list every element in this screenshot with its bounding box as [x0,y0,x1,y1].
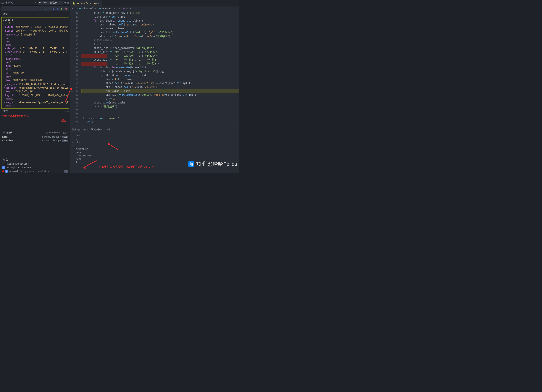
breadcrumb[interactable]: src› ⬢ schema2xlsx› ⬢ schema2xlsx.py› ⊕ … [70,6,239,11]
variable-row[interactable]: im: 4 [2,75,68,78]
more-icon[interactable]: ⋯ [67,110,69,113]
debug-title: 运行和调试 [1,1,33,4]
chevron-down-icon: ⌄ [1,132,3,134]
stop-button[interactable]: □ [64,7,67,11]
callstack-section[interactable]: ⌄ 调用堆栈 因 BREAKPOINT 已暂停 [0,130,70,135]
variable-row[interactable]: ›color_dict: {'0': 'd44f22', '1': '70d42… [2,47,68,50]
breakpoints-section[interactable]: ⌄ 断点 [0,157,70,162]
variable-row[interactable]: ›cem: [2,40,68,43]
tab-schema2xlsx[interactable]: 🐍 schema2xlsx.py × [70,0,102,6]
checkbox-checked[interactable]: ✓ [2,166,5,169]
stack-frame[interactable]: <module> schema2xlsx.py 74:1 [0,139,70,143]
tab-problems[interactable]: 问题1 [72,128,80,132]
chevron-down-icon: ⌄ [3,19,4,21]
annotation-arrow [108,143,119,150]
tab-terminal[interactable]: 终端 [106,128,110,132]
variable-row[interactable]: ›json_data: {'上证4期_1201_持股5减1': {'align_… [2,82,68,86]
variable-row[interactable]: ›bname_list: ['相关诉讼'] [2,33,68,37]
annotation-arrow [83,160,98,169]
variable-row[interactable]: ›event_dict: {'0': '事件组1', '1': '事件组2', … [2,50,68,54]
breakpoint-dot-icon [2,170,4,172]
variable-row[interactable]: field_sum: 5 [2,57,68,61]
variable-row[interactable]: key: '上证4期_2301_诉讼' [2,90,68,93]
variable-row[interactable]: ik: 0 [2,68,68,71]
chevron-down-icon: ⌄ [1,110,3,112]
console-input[interactable]: › [70,169,239,173]
checkbox[interactable] [2,163,5,165]
debug-toolbar: ⋮⋮ ▷ ↷ ↓ ↑ ↻ □ [1,6,69,11]
play-icon[interactable]: ▷ [35,1,36,4]
chevron-down-icon: ⌄ [1,13,3,16]
debug-header: 运行和调试 ▷ Python: 当前文件 ⌄ ⚙ ▣ [0,0,70,5]
python-icon: ⬢ [99,7,101,10]
annotation: 在这里可以代入变量，做想要的处理，很方便 [98,165,154,169]
variable-row[interactable]: ›alist: ['重要内容提示', '备查文件', '对上市公司的影响', '… [2,25,68,29]
variable-row[interactable]: ikem: '案件名称' [2,71,68,75]
python-icon: 🐍 [72,2,76,5]
variable-row[interactable]: ›blist: ['案件名称', '诉讼基本情况', '案号', '是否本案',… [2,29,68,33]
variable-row[interactable]: ›excel: [2,54,68,57]
callstack-status: 因 BREAKPOINT 已暂停 [46,131,69,134]
code-editor[interactable]: 4647484950515253545556575859606162636465… [70,11,239,127]
step-out-button[interactable]: ↑ [56,7,59,11]
variable-row[interactable]: save_path: '/Users/macos/ffyy/c005_crawl… [2,101,68,104]
collapse-icon[interactable]: ⊟ [65,110,66,113]
cursor [75,170,75,172]
locals-container: ⌄ Locals a: 0›alist: ['重要内容提示', '备查文件', … [1,17,69,108]
restart-button[interactable]: ↻ [60,7,63,11]
step-into-button[interactable]: ↓ [52,7,55,11]
variable-row[interactable]: ›sheet: [2,104,68,107]
drag-handle-icon[interactable]: ⋮⋮ [37,7,43,11]
breakpoint-file[interactable]: ✓ schema2xlsx.py src/schema2xlsx 66 [0,169,70,173]
zhihu-icon: 知 [188,161,194,167]
variable-row[interactable]: a: 0 [2,21,68,25]
watermark: 知 知乎 @哈哈Feilds [188,161,237,168]
chevron-down-icon: ⌄ [1,159,3,161]
breakpoint-raised[interactable]: Raised Exceptions [0,162,70,166]
variable-row[interactable]: ›ce: [2,37,68,40]
tab-debug-console[interactable]: 调试控制台 [91,128,103,132]
debug-console-icon[interactable]: ▣ [67,1,69,4]
checkbox-checked[interactable]: ✓ [5,170,8,173]
locals-section[interactable]: ⌄ Locals [2,18,68,21]
variable-row[interactable]: num: 6 [2,97,68,101]
step-over-button[interactable]: ↷ [48,7,51,11]
breakpoint-uncaught[interactable]: ✓ Uncaught Exceptions [0,166,70,169]
annotation: 断点 [0,118,70,123]
tab-output[interactable]: 输出 [83,128,88,132]
svg-marker-2 [83,166,86,169]
variable-row[interactable]: ›key_list: ['上证4期_2301_诉讼', '上证4期_804_业绩… [2,93,68,97]
variable-row[interactable]: ›ckm: [2,43,68,47]
variable-row[interactable]: json_path: '/Users/macos/ffyy/c005_crawl… [2,86,68,90]
add-watch-icon[interactable]: + [62,110,64,113]
close-icon[interactable]: × [98,2,100,5]
continue-button[interactable]: ▷ [44,7,47,11]
variable-row[interactable]: ig: 0 [2,61,68,64]
stack-frame[interactable]: main schema2xlsx.py 66:1 [0,135,70,139]
variables-section[interactable]: ⌄ 变量 [0,12,70,17]
debug-config-selector[interactable]: Python: 当前文件 ⌄ [38,1,63,5]
annotation-arrow [63,87,72,104]
variable-row[interactable]: igg: '相关诉讼' [2,64,68,68]
annotation: 运行至此时的变量的值。 [0,113,70,118]
function-icon: ⊕ [123,7,125,10]
python-icon: ⬢ [79,7,81,10]
watch-section[interactable]: ⌄ 监视 + ⊟ ⋯ [0,109,70,113]
gear-icon[interactable]: ⚙ [64,1,66,4]
editor-tabs: 🐍 schema2xlsx.py × [70,0,239,6]
svg-marker-1 [108,143,110,146]
prompt-icon: › [72,170,74,172]
variable-row[interactable]: imem: '重要内容提示-涉案本金合计' [2,78,68,82]
